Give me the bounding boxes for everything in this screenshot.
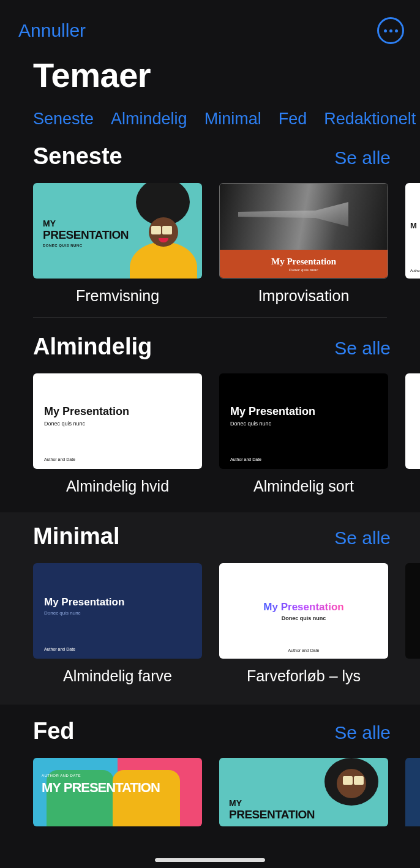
theme-thumbnail: MY PRESENTATION xyxy=(219,758,388,826)
theme-almindelig-hvid[interactable]: My Presentation Donec quis nunc Author a… xyxy=(33,373,202,507)
theme-thumbnail: AUTHOR AND DATE MY PRESENTATION xyxy=(33,758,202,826)
theme-label: Fremvisning xyxy=(76,279,159,317)
theme-label: Almindelig farve xyxy=(63,659,172,697)
tab-redaktionelt[interactable]: Redaktionelt xyxy=(324,110,416,129)
see-all-seneste[interactable]: Se alle xyxy=(334,148,391,168)
theme-improvisation[interactable]: My Presentation Donec quis nunc Improvis… xyxy=(219,183,388,317)
tab-minimal[interactable]: Minimal xyxy=(204,110,261,129)
section-title-seneste: Seneste xyxy=(33,143,122,170)
theme-thumbnail: My Presentation Donec quis nunc Author a… xyxy=(219,373,388,469)
theme-fremvisning-2[interactable]: MY PRESENTATION xyxy=(219,758,388,826)
cancel-button[interactable]: Annuller xyxy=(18,20,86,41)
theme-farveforlob-lys[interactable]: My Presentation Donec quis nunc Author a… xyxy=(219,563,388,697)
see-all-fed[interactable]: Se alle xyxy=(334,722,391,743)
theme-peek[interactable]: M Author and Date xyxy=(405,183,420,279)
section-seneste: Seneste Se alle MY PRESENTATION DONEC QU… xyxy=(0,143,420,317)
theme-almindelig-farve[interactable]: My Presentation Donec quis nunc Author a… xyxy=(33,563,202,697)
page-title: Temaer xyxy=(0,50,420,100)
divider xyxy=(33,317,387,318)
theme-peek[interactable] xyxy=(405,563,420,659)
theme-label: Almindelig sort xyxy=(253,469,354,507)
theme-thumbnail: My Presentation Donec quis nunc Author a… xyxy=(33,563,202,659)
section-almindelig: Almindelig Se alle My Presentation Donec… xyxy=(0,334,420,507)
theme-fremvisning[interactable]: MY PRESENTATION DONEC QUIS NUNC Fremvisn… xyxy=(33,183,202,317)
section-fed: Fed Se alle AUTHOR AND DATE MY PRESENTAT… xyxy=(0,705,420,826)
more-icon xyxy=(384,29,398,32)
section-title-almindelig: Almindelig xyxy=(33,334,152,360)
theme-label: Almindelig hvid xyxy=(66,469,169,507)
theme-label: Farveforløb – lys xyxy=(247,659,361,697)
theme-peek[interactable] xyxy=(405,373,420,469)
section-title-minimal: Minimal xyxy=(33,523,119,550)
theme-peek[interactable] xyxy=(405,758,420,826)
tab-almindelig[interactable]: Almindelig xyxy=(111,110,187,129)
section-title-fed: Fed xyxy=(33,718,75,744)
theme-thumbnail: My Presentation Donec quis nunc Author a… xyxy=(219,563,388,659)
theme-thumbnail: My Presentation Donec quis nunc Author a… xyxy=(33,373,202,469)
theme-thumbnail: My Presentation Donec quis nunc xyxy=(219,183,388,279)
section-minimal: Minimal Se alle My Presentation Donec qu… xyxy=(0,512,420,705)
more-button[interactable] xyxy=(377,17,404,44)
home-indicator xyxy=(155,858,265,862)
theme-almindelig-sort[interactable]: My Presentation Donec quis nunc Author a… xyxy=(219,373,388,507)
see-all-almindelig[interactable]: Se alle xyxy=(334,338,391,359)
tab-seneste[interactable]: Seneste xyxy=(33,110,94,129)
see-all-minimal[interactable]: Se alle xyxy=(334,528,391,548)
tab-fed[interactable]: Fed xyxy=(279,110,307,129)
theme-thumbnail: MY PRESENTATION DONEC QUIS NUNC xyxy=(33,183,202,279)
theme-label: Improvisation xyxy=(258,279,350,317)
category-tabs: Seneste Almindelig Minimal Fed Redaktion… xyxy=(0,100,420,143)
theme-bold[interactable]: AUTHOR AND DATE MY PRESENTATION xyxy=(33,758,202,826)
